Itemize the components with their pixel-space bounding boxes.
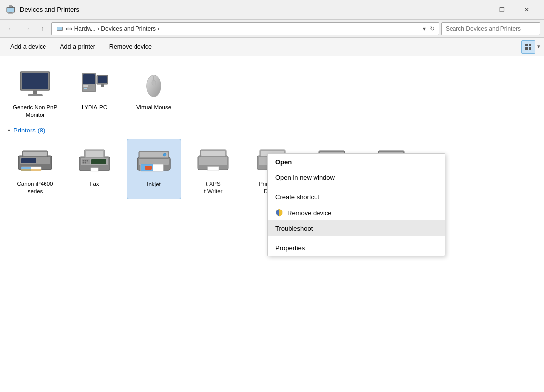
svg-point-42 [87, 160, 88, 161]
xps-label: t XPSt Writer [204, 180, 223, 195]
svg-rect-9 [525, 44, 528, 46]
svg-rect-61 [208, 167, 219, 171]
title-bar-left: Devices and Printers [6, 5, 79, 15]
mouse-icon [136, 66, 172, 102]
address-icon [56, 25, 64, 33]
svg-rect-14 [22, 73, 48, 89]
svg-rect-10 [529, 44, 531, 46]
context-menu-open-new-window[interactable]: Open in new window [268, 170, 445, 185]
svg-rect-58 [199, 157, 227, 165]
device-item-virtual-mouse[interactable]: Virtual Mouse [127, 62, 181, 123]
window-icon [6, 5, 16, 15]
remove-device-button[interactable]: Remove device [103, 40, 158, 54]
device-label-lydia: LYDIA-PC [82, 104, 107, 111]
search-input[interactable] [441, 22, 540, 35]
svg-rect-39 [82, 159, 90, 164]
device-item-lydia-pc[interactable]: LYDIA-PC [67, 62, 122, 123]
address-text: «« Hardw... › Devices and Printers › [66, 25, 421, 32]
context-menu-remove-device[interactable]: Remove device [268, 205, 445, 220]
svg-rect-18 [83, 74, 95, 84]
svg-rect-36 [21, 169, 41, 171]
address-bar[interactable]: «« Hardw... › Devices and Printers › ▾ ↻ [51, 22, 439, 35]
canon-label: Canon iP4600series [17, 180, 53, 195]
svg-rect-23 [101, 84, 104, 87]
inkjet-label: Inkjet [147, 181, 161, 188]
up-button[interactable]: ↑ [36, 22, 49, 36]
monitor-icon [17, 66, 53, 102]
printers-chevron: ▾ [8, 128, 10, 133]
fax-label: Fax [90, 180, 99, 188]
svg-rect-48 [91, 168, 98, 172]
view-dropdown-btn[interactable]: ▾ [537, 44, 540, 50]
svg-rect-28 [152, 80, 156, 85]
printer-item-canon[interactable]: Canon iP4600series [8, 139, 62, 199]
svg-rect-20 [84, 88, 87, 89]
svg-point-44 [85, 162, 86, 163]
context-menu-properties[interactable]: Properties [268, 240, 445, 256]
svg-rect-1 [7, 8, 14, 12]
svg-rect-47 [86, 151, 103, 157]
computer-icon [77, 66, 112, 102]
svg-point-56 [163, 153, 166, 156]
fax-icon [77, 143, 112, 178]
nav-bar: ← → ↑ «« Hardw... › Devices and Printers… [0, 20, 544, 38]
svg-rect-45 [91, 159, 106, 164]
title-bar: Devices and Printers — ❐ ✕ [0, 0, 544, 20]
close-button[interactable]: ✕ [515, 2, 538, 17]
device-item-monitor[interactable]: Generic Non-PnPMonitor [8, 62, 62, 123]
svg-rect-15 [33, 90, 37, 94]
window-title: Devices and Printers [20, 6, 79, 13]
toolbar-right: ▾ [521, 40, 540, 54]
svg-rect-3 [8, 13, 13, 14]
shield-icon [275, 209, 283, 217]
printers-section-header[interactable]: ▾ Printers (8) [8, 127, 536, 134]
svg-rect-7 [57, 27, 62, 30]
forward-button[interactable]: → [20, 22, 34, 36]
back-button[interactable]: ← [4, 22, 18, 36]
context-menu-sep-2 [268, 238, 445, 238]
maximize-button[interactable]: ❐ [491, 2, 513, 17]
devices-grid: Generic Non-PnPMonitor LYDIA-PC [8, 62, 536, 123]
svg-rect-31 [21, 158, 36, 163]
view-icon [525, 44, 532, 50]
minimize-button[interactable]: — [466, 2, 489, 17]
inkjet-icon [136, 143, 172, 179]
printer-item-xps[interactable]: t XPSt Writer [186, 139, 240, 199]
svg-rect-2 [9, 12, 12, 13]
context-menu-open[interactable]: Open [268, 154, 445, 170]
device-label-mouse: Virtual Mouse [136, 104, 171, 111]
toolbar: Add a device Add a printer Remove device… [0, 38, 544, 56]
svg-rect-53 [145, 166, 152, 170]
svg-rect-11 [525, 47, 528, 50]
xps-icon [195, 143, 231, 178]
svg-point-41 [85, 160, 86, 161]
view-button[interactable] [521, 40, 535, 54]
svg-rect-12 [529, 47, 531, 50]
context-menu-create-shortcut[interactable]: Create shortcut [268, 189, 445, 205]
svg-rect-50 [139, 159, 169, 165]
add-printer-button[interactable]: Add a printer [53, 40, 102, 54]
address-dropdown-btn[interactable]: ▾ [423, 25, 426, 32]
svg-rect-16 [28, 94, 43, 96]
context-menu-sep-1 [268, 187, 445, 187]
svg-rect-60 [201, 151, 225, 156]
svg-rect-19 [83, 85, 88, 87]
context-menu: Open Open in new window Create shortcut … [267, 153, 445, 256]
svg-point-40 [83, 160, 84, 161]
canon-printer-icon [17, 143, 53, 178]
svg-rect-22 [98, 76, 107, 83]
device-label-monitor: Generic Non-PnPMonitor [13, 104, 57, 119]
context-menu-troubleshoot[interactable]: Troubleshoot [268, 220, 445, 236]
title-bar-controls: — ❐ ✕ [466, 2, 538, 17]
svg-rect-8 [58, 30, 61, 31]
svg-point-43 [83, 162, 84, 163]
svg-rect-24 [98, 87, 106, 87]
printers-header-label: Printers (8) [13, 127, 45, 134]
printer-item-inkjet[interactable]: Inkjet [127, 139, 181, 199]
svg-rect-33 [23, 152, 47, 156]
svg-rect-5 [9, 5, 12, 7]
refresh-icon[interactable]: ↻ [430, 25, 435, 32]
add-device-button[interactable]: Add a device [4, 40, 52, 54]
printer-item-fax[interactable]: Fax [67, 139, 122, 199]
